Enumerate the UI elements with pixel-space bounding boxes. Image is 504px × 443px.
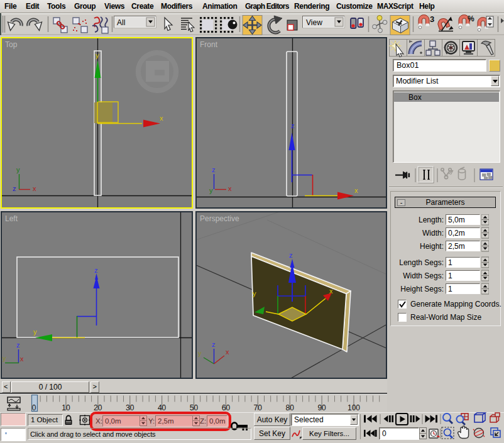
svg-text:z: z xyxy=(13,185,16,192)
svg-text:View: View xyxy=(306,18,322,27)
svg-text:z: z xyxy=(16,341,20,349)
svg-text:Perspective: Perspective xyxy=(200,214,239,223)
svg-text:z: z xyxy=(212,341,216,348)
svg-text:x: x xyxy=(160,114,163,122)
svg-text:y: y xyxy=(253,290,256,297)
svg-text:x: x xyxy=(33,185,36,192)
svg-text:20: 20 xyxy=(94,403,102,412)
svg-text:90: 90 xyxy=(317,403,326,412)
svg-text:Top: Top xyxy=(5,40,18,49)
svg-text:All: All xyxy=(117,18,125,27)
svg-text:80: 80 xyxy=(286,403,295,412)
svg-text:50: 50 xyxy=(190,403,199,412)
svg-text:y: y xyxy=(198,349,202,357)
svg-text:y: y xyxy=(209,187,213,194)
svg-text:40: 40 xyxy=(158,403,167,412)
svg-text:%: % xyxy=(468,14,474,23)
svg-text:100: 100 xyxy=(348,403,360,412)
svg-text:y: y xyxy=(96,52,99,59)
svg-text:30: 30 xyxy=(126,403,134,412)
svg-text:z: z xyxy=(212,166,216,173)
svg-text:Left: Left xyxy=(5,214,18,223)
svg-text:x: x xyxy=(329,287,333,295)
svg-text:x: x xyxy=(354,187,358,194)
svg-text:60: 60 xyxy=(222,403,231,412)
svg-text:y: y xyxy=(16,166,20,173)
svg-text:10: 10 xyxy=(62,403,70,412)
svg-text:z: z xyxy=(289,251,293,259)
svg-text:z: z xyxy=(291,122,295,129)
svg-text:Front: Front xyxy=(200,40,218,49)
svg-text:y: y xyxy=(3,354,6,362)
svg-text:x: x xyxy=(20,355,24,363)
svg-text:70: 70 xyxy=(254,403,263,412)
svg-text:y: y xyxy=(33,328,37,336)
svg-text:x: x xyxy=(226,348,229,356)
svg-text:0: 0 xyxy=(32,403,36,412)
svg-text:3: 3 xyxy=(430,14,434,24)
svg-text:z: z xyxy=(94,266,98,274)
svg-text:x: x xyxy=(228,185,232,192)
